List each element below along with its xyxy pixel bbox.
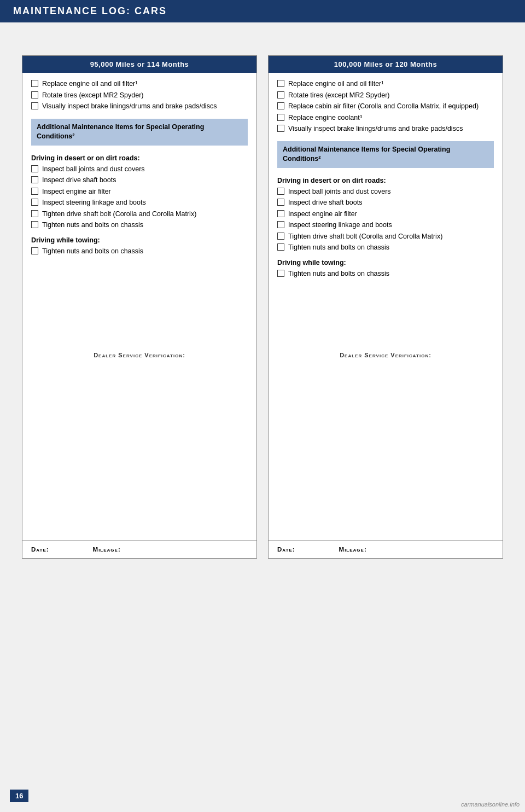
header-title: Maintenance Log: Cars <box>13 5 167 17</box>
list-item: Inspect steering linkage and boots <box>31 198 248 208</box>
list-item-text: Inspect steering linkage and boots <box>288 221 494 230</box>
checkbox-icon[interactable] <box>277 243 284 251</box>
checkbox-icon[interactable] <box>31 221 38 228</box>
list-item: Inspect ball joints and dust covers <box>31 165 248 175</box>
list-item-text: Inspect ball joints and dust covers <box>42 165 248 175</box>
checkbox-icon[interactable] <box>31 188 38 195</box>
list-item: Tighten drive shaft bolt (Corolla and Co… <box>31 210 248 219</box>
list-item: Rotate tires (except MR2 Spyder) <box>31 91 248 101</box>
list-item: Tighten nuts and bolts on chassis <box>277 269 494 279</box>
list-item: Tighten nuts and bolts on chassis <box>31 247 248 257</box>
card-0: 95,000 Miles or 114 MonthsReplace engine… <box>22 55 257 559</box>
list-item-text: Rotate tires (except MR2 Spyder) <box>42 91 248 101</box>
checkbox-icon[interactable] <box>31 102 38 109</box>
list-item-text: Rotate tires (except MR2 Spyder) <box>288 91 494 101</box>
list-item: Replace engine coolant³ <box>277 113 494 123</box>
checkbox-icon[interactable] <box>277 80 284 87</box>
list-item: Tighten drive shaft bolt (Corolla and Co… <box>277 232 494 242</box>
list-item-text: Tighten drive shaft bolt (Corolla and Co… <box>288 232 494 242</box>
list-item-text: Inspect engine air filter <box>42 187 248 197</box>
special-conditions-header: Additional Maintenance Items for Special… <box>277 141 494 168</box>
card-header-0: 95,000 Miles or 114 Months <box>22 56 256 73</box>
card-header-1: 100,000 Miles or 120 Months <box>269 56 503 73</box>
list-item: Tighten nuts and bolts on chassis <box>277 243 494 253</box>
list-item: Replace cabin air filter (Corolla and Co… <box>277 102 494 112</box>
desert-driving-title: Driving in desert or on dirt roads: <box>31 154 248 162</box>
list-item-text: Inspect steering linkage and boots <box>42 198 248 208</box>
list-item: Inspect drive shaft boots <box>277 198 494 208</box>
card-footer: Date:Mileage: <box>269 540 503 558</box>
checkbox-icon[interactable] <box>277 210 284 217</box>
watermark: carmanualsonline.info <box>461 801 520 808</box>
card-footer: Date:Mileage: <box>22 540 256 558</box>
list-item: Inspect ball joints and dust covers <box>277 187 494 197</box>
list-item-text: Inspect ball joints and dust covers <box>288 187 494 197</box>
list-item-text: Tighten nuts and bolts on chassis <box>288 243 494 253</box>
checkbox-icon[interactable] <box>277 125 284 132</box>
list-item: Inspect engine air filter <box>277 210 494 219</box>
special-conditions-header: Additional Maintenance Items for Special… <box>31 119 248 146</box>
list-item: Rotate tires (except MR2 Spyder) <box>277 91 494 101</box>
list-item-text: Inspect engine air filter <box>288 210 494 219</box>
checkbox-icon[interactable] <box>31 176 38 183</box>
list-item: Visually inspect brake linings/drums and… <box>277 124 494 134</box>
signature-space <box>31 358 248 533</box>
checkbox-icon[interactable] <box>277 114 284 121</box>
list-item-text: Tighten nuts and bolts on chassis <box>42 247 248 257</box>
checkbox-icon[interactable] <box>277 102 284 109</box>
checkbox-icon[interactable] <box>31 91 38 98</box>
list-item: Replace engine oil and oil filter¹ <box>277 79 494 89</box>
towing-title: Driving while towing: <box>31 236 248 244</box>
dealer-verification: Dealer Service Verification: <box>277 352 494 358</box>
mileage-label: Mileage: <box>93 546 121 553</box>
list-item: Inspect drive shaft boots <box>31 176 248 185</box>
checkbox-icon[interactable] <box>31 199 38 206</box>
checkbox-icon[interactable] <box>31 247 38 254</box>
cards-row: 95,000 Miles or 114 MonthsReplace engine… <box>22 55 503 559</box>
checkbox-icon[interactable] <box>277 91 284 98</box>
list-item: Inspect steering linkage and boots <box>277 221 494 230</box>
list-item-text: Visually inspect brake linings/drums and… <box>42 102 248 112</box>
checkbox-icon[interactable] <box>277 221 284 228</box>
header-bar: Maintenance Log: Cars <box>0 0 525 22</box>
list-item: Inspect engine air filter <box>31 187 248 197</box>
card-1: 100,000 Miles or 120 MonthsReplace engin… <box>268 55 503 559</box>
main-content: 95,000 Miles or 114 MonthsReplace engine… <box>0 22 525 805</box>
signature-space <box>277 358 494 533</box>
list-item-text: Visually inspect brake linings/drums and… <box>288 124 494 134</box>
page-number: 16 <box>10 790 28 802</box>
list-item-text: Tighten drive shaft bolt (Corolla and Co… <box>42 210 248 219</box>
list-item: Replace engine oil and oil filter¹ <box>31 79 248 89</box>
list-item-text: Replace cabin air filter (Corolla and Co… <box>288 102 494 112</box>
list-item-text: Replace engine oil and oil filter¹ <box>42 79 248 89</box>
list-item-text: Inspect drive shaft boots <box>288 198 494 208</box>
checkbox-icon[interactable] <box>277 188 284 195</box>
checkbox-icon[interactable] <box>277 233 284 240</box>
checkbox-icon[interactable] <box>31 210 38 217</box>
checkbox-icon[interactable] <box>31 80 38 87</box>
list-item-text: Replace engine oil and oil filter¹ <box>288 79 494 89</box>
checkbox-icon[interactable] <box>31 165 38 172</box>
list-item-text: Tighten nuts and bolts on chassis <box>288 269 494 279</box>
desert-driving-title: Driving in desert or on dirt roads: <box>277 177 494 184</box>
checkbox-icon[interactable] <box>277 270 284 277</box>
list-item-text: Inspect drive shaft boots <box>42 176 248 185</box>
list-item: Tighten nuts and bolts on chassis <box>31 221 248 230</box>
dealer-verification: Dealer Service Verification: <box>31 352 248 358</box>
date-label: Date: <box>31 546 49 553</box>
card-body-0: Replace engine oil and oil filter¹Rotate… <box>22 73 256 540</box>
towing-title: Driving while towing: <box>277 259 494 266</box>
date-label: Date: <box>277 546 295 553</box>
list-item-text: Tighten nuts and bolts on chassis <box>42 221 248 230</box>
list-item-text: Replace engine coolant³ <box>288 113 494 123</box>
checkbox-icon[interactable] <box>277 199 284 206</box>
list-item: Visually inspect brake linings/drums and… <box>31 102 248 112</box>
mileage-label: Mileage: <box>339 546 367 553</box>
card-body-1: Replace engine oil and oil filter¹Rotate… <box>269 73 503 540</box>
